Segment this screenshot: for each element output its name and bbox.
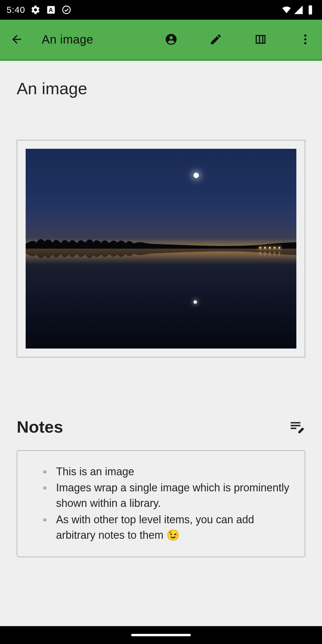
edit-notes-button[interactable]: [289, 419, 305, 435]
check-circle-icon: [61, 5, 72, 15]
notes-header: Notes: [0, 357, 322, 436]
settings-icon: [30, 5, 41, 15]
edit-button[interactable]: [205, 29, 227, 50]
page-title: An image: [0, 61, 322, 110]
image-preview: [26, 149, 296, 349]
wifi-icon: [281, 5, 292, 15]
notes-box[interactable]: This is an image Images wrap a single im…: [17, 450, 305, 557]
columns-button[interactable]: [250, 29, 271, 50]
letter-a-icon: A: [46, 5, 56, 15]
notes-list: This is an image Images wrap a single im…: [56, 464, 294, 543]
svg-point-4: [304, 38, 306, 40]
note-item: As with other top level items, you can a…: [56, 512, 294, 543]
nav-bar: [0, 626, 322, 644]
app-bar: An image: [0, 20, 322, 61]
status-bar: 5:40 A: [0, 0, 322, 20]
svg-point-2: [63, 6, 71, 14]
svg-text:A: A: [49, 7, 54, 13]
back-button[interactable]: [6, 29, 27, 50]
account-button[interactable]: [160, 29, 182, 50]
status-left: 5:40 A: [7, 5, 72, 15]
status-time: 5:40: [7, 5, 25, 15]
more-button[interactable]: [295, 29, 316, 50]
battery-icon: [305, 5, 315, 15]
home-indicator[interactable]: [131, 634, 191, 636]
status-right: [281, 5, 315, 15]
note-item: Images wrap a single image which is prom…: [56, 480, 294, 511]
image-frame[interactable]: [17, 140, 305, 357]
appbar-title: An image: [42, 33, 157, 46]
content-area[interactable]: An image Notes: [0, 61, 322, 626]
svg-point-3: [304, 35, 306, 37]
note-item: This is an image: [56, 464, 294, 479]
notes-heading: Notes: [17, 417, 63, 436]
cell-signal-icon: [293, 5, 304, 15]
svg-point-5: [304, 42, 306, 44]
